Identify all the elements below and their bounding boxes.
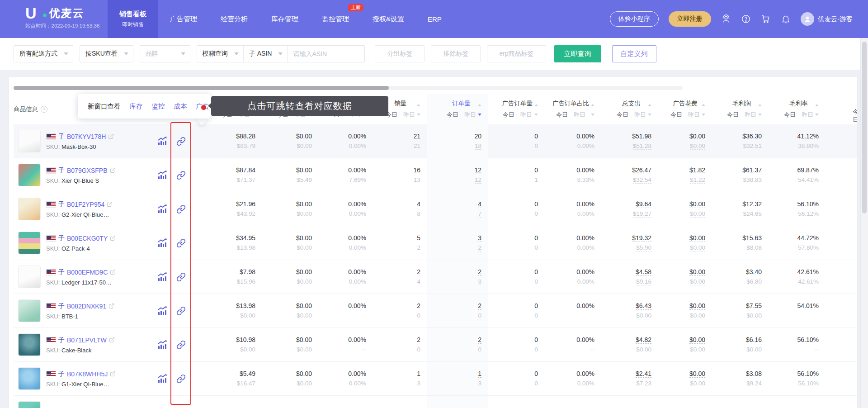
link-icon[interactable] <box>176 137 186 146</box>
sort-carets[interactable] <box>815 103 819 116</box>
popup-link-1[interactable]: 新窗口查看 <box>88 102 121 111</box>
value-yesterday[interactable]: $0.00 <box>690 379 705 388</box>
user-menu[interactable]: 优麦云-游客 <box>801 12 853 26</box>
value-yesterday[interactable]: $9.16 <box>636 277 651 286</box>
sort-carets[interactable] <box>591 103 594 116</box>
value-yesterday[interactable]: $0.00 <box>636 345 651 354</box>
logo-block[interactable]: U 优麦云 站点时间：2022-09-19 19:53:36 <box>0 0 108 38</box>
group-tag-input[interactable]: 分组标签 <box>375 45 425 62</box>
popup-link-2[interactable]: 库存 <box>130 102 143 111</box>
value-today[interactable]: $0.00 <box>689 301 705 311</box>
external-link-icon[interactable] <box>109 337 115 343</box>
external-link-icon[interactable] <box>110 235 116 241</box>
value-today[interactable]: $0.00 <box>689 369 705 379</box>
link-icon[interactable] <box>176 374 186 384</box>
sort-carets[interactable] <box>478 103 481 116</box>
value-today[interactable]: $4.58 <box>636 267 651 277</box>
external-link-icon[interactable] <box>107 201 113 207</box>
vertical-scrollbar-thumb[interactable] <box>862 42 867 213</box>
value-today[interactable]: $0.00 <box>689 199 705 209</box>
value-today[interactable]: $1.82 <box>689 166 705 175</box>
external-link-icon[interactable] <box>110 269 116 275</box>
value-today[interactable]: $51.98 <box>632 132 651 141</box>
value-yesterday[interactable]: $0.00 <box>690 311 705 320</box>
trend-chart-icon[interactable] <box>157 373 168 384</box>
asin-link[interactable]: B071LPVLTW <box>67 337 107 344</box>
nav-item-4[interactable]: 库存管理 <box>259 0 310 38</box>
asin-link[interactable]: B082DNXK91 <box>67 303 106 310</box>
trend-chart-icon[interactable] <box>157 305 168 316</box>
value-yesterday[interactable]: $1.22 <box>690 175 705 185</box>
column-header-ad_spend[interactable]: 广告花费今日昨日 <box>658 94 712 124</box>
value-yesterday[interactable]: $7.23 <box>636 379 651 388</box>
value-today[interactable]: 2 <box>478 335 481 345</box>
trend-chart-icon[interactable] <box>157 136 168 147</box>
value-yesterday[interactable]: 7 <box>478 209 481 218</box>
popup-link-3[interactable]: 监控 <box>152 102 165 111</box>
asin-type-select[interactable]: 子 ASIN <box>244 46 288 62</box>
value-today[interactable]: $0.00 <box>689 335 705 345</box>
value-today[interactable]: $0.00 <box>689 132 705 141</box>
horizontal-scrollbar-thumb[interactable] <box>14 86 389 90</box>
external-link-icon[interactable] <box>108 133 114 139</box>
value-today[interactable]: $2.41 <box>636 369 651 379</box>
sort-carets[interactable] <box>417 103 420 116</box>
link-icon[interactable] <box>176 272 186 282</box>
horizontal-scrollbar[interactable] <box>14 86 683 90</box>
asin-input[interactable] <box>288 46 364 62</box>
value-today[interactable]: $26.47 <box>632 166 651 175</box>
delivery-filter-select[interactable]: 所有配送方式 <box>14 45 73 62</box>
value-yesterday[interactable]: 0 <box>478 311 481 320</box>
trend-chart-icon[interactable] <box>157 339 168 350</box>
external-link-icon[interactable] <box>110 371 116 377</box>
nav-item-5[interactable]: 监控管理上新 <box>310 0 361 38</box>
value-today[interactable]: $0.00 <box>689 233 705 243</box>
value-today[interactable]: $0.00 <box>689 267 705 277</box>
value-today[interactable]: 20 <box>474 132 481 141</box>
value-today[interactable]: 12 <box>474 166 481 175</box>
value-yesterday[interactable]: 3 <box>478 379 481 388</box>
column-header-spend[interactable]: 总支出今日昨日 <box>601 94 658 124</box>
column-header-ad_orders[interactable]: 广告订单量今日昨日 <box>488 94 545 124</box>
erp-tag-input[interactable]: erp商品标签 <box>487 45 546 62</box>
value-yesterday[interactable]: $0.00 <box>690 243 705 252</box>
value-yesterday[interactable]: $51.28 <box>633 141 651 151</box>
nav-item-7[interactable]: ERP <box>416 0 453 38</box>
column-header-profit[interactable]: 毛利润今日昨日 <box>712 94 769 124</box>
asin-link[interactable]: B00ECKG0TY <box>67 235 108 242</box>
external-link-icon[interactable] <box>108 303 114 309</box>
nav-item-2[interactable]: 广告管理 <box>158 0 209 38</box>
nav-item-6[interactable]: 授权&设置 <box>361 0 416 38</box>
value-today[interactable]: 3 <box>478 233 481 243</box>
value-yesterday[interactable]: 2 <box>478 243 481 252</box>
value-yesterday[interactable]: 18 <box>475 141 481 151</box>
column-header-orders[interactable]: 订单量今日昨日 <box>427 94 488 124</box>
link-icon[interactable] <box>176 171 186 180</box>
value-yesterday[interactable]: $19.27 <box>633 209 651 218</box>
custom-columns-button[interactable]: 自定义列 <box>612 45 656 62</box>
sort-carets[interactable] <box>648 103 651 116</box>
view-by-select[interactable]: 按SKU查看 <box>80 45 133 62</box>
cart-icon[interactable] <box>761 14 771 24</box>
sort-carets[interactable] <box>702 103 705 116</box>
query-button[interactable]: 立即查询 <box>554 45 601 62</box>
popup-link-4[interactable]: 成本 <box>174 102 187 111</box>
nav-item-3[interactable]: 经营分析 <box>209 0 259 38</box>
asin-link[interactable]: B07K8WHH5J <box>67 370 108 378</box>
value-yesterday[interactable]: $32.54 <box>633 175 651 185</box>
trend-chart-icon[interactable] <box>157 204 168 214</box>
value-yesterday[interactable]: $0.00 <box>690 209 705 218</box>
trend-chart-icon[interactable] <box>157 271 168 282</box>
asin-link[interactable]: B000EFMD9C <box>67 269 108 276</box>
vertical-scrollbar[interactable] <box>860 38 868 408</box>
trial-miniapp-button[interactable]: 体验小程序 <box>610 11 659 27</box>
value-yesterday[interactable]: 0 <box>478 345 481 354</box>
external-link-icon[interactable] <box>110 167 116 173</box>
sort-carets[interactable] <box>534 103 538 116</box>
exclude-tag-input[interactable]: 排除标签 <box>431 45 481 62</box>
value-today[interactable]: $4.82 <box>636 335 651 345</box>
asin-link[interactable]: B01F2YP954 <box>67 201 104 208</box>
fuzzy-query-select[interactable]: 模糊查询 <box>197 46 243 62</box>
nav-item-1[interactable]: 销售看板即时销售 <box>108 0 158 38</box>
value-yesterday[interactable]: 12 <box>475 175 481 185</box>
